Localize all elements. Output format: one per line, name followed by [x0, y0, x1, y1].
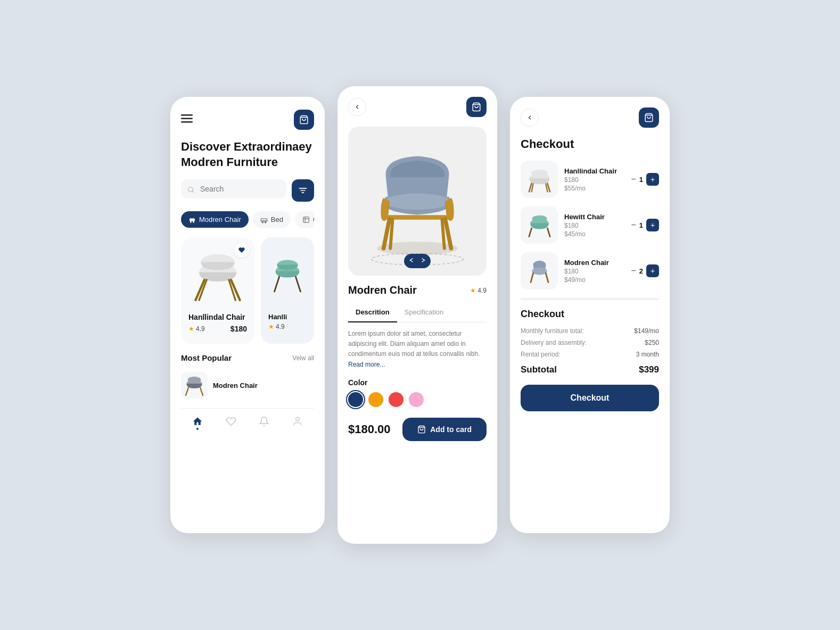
summary-rental: Rental period: 3 month: [521, 351, 659, 358]
view-all-link[interactable]: Veiw all: [292, 354, 314, 362]
add-to-cart-label: Add to card: [430, 425, 472, 434]
read-more-link[interactable]: Read more...: [348, 361, 385, 368]
cart-icon-detail[interactable]: [466, 97, 487, 117]
svg-line-40: [390, 220, 392, 248]
qty-num-3: 2: [639, 267, 643, 275]
popular-item[interactable]: Modren Chair: [181, 368, 314, 403]
svg-line-27: [275, 277, 279, 292]
product-nav-arrows[interactable]: [404, 254, 431, 268]
color-label: Color: [348, 378, 487, 387]
cart-item-3-price: $180: [564, 268, 624, 275]
cart-qty-1: − 1 +: [631, 173, 659, 186]
svg-point-36: [385, 194, 450, 210]
qty-minus-2[interactable]: −: [631, 220, 636, 230]
svg-rect-16: [303, 217, 309, 222]
checkout-button[interactable]: Checkout: [521, 385, 659, 411]
svg-rect-15: [265, 221, 266, 222]
subtotal-row: Subtotal $399: [521, 364, 659, 375]
cart-thumb-2: [521, 206, 558, 244]
bottom-nav: [181, 408, 314, 433]
cart-icon-checkout[interactable]: [639, 107, 659, 128]
screen-checkout: Checkout Hanllindal Chair $180 $55/mo: [510, 97, 670, 533]
color-navy[interactable]: [348, 392, 363, 407]
rental-label: Rental period:: [521, 351, 561, 358]
cart-item-2-info: Hewitt Chair $180 $45/mo: [564, 213, 624, 238]
nav-notifications[interactable]: [259, 416, 269, 430]
qty-plus-2[interactable]: +: [646, 219, 659, 231]
svg-line-57: [546, 273, 548, 282]
svg-rect-12: [261, 218, 267, 221]
cart-item-1-info: Hanllindal Chair $180 $55/mo: [564, 167, 624, 192]
add-to-cart-button[interactable]: Add to card: [402, 418, 487, 441]
tab-specification[interactable]: Specification: [397, 304, 451, 322]
color-red[interactable]: [389, 392, 403, 407]
svg-rect-37: [386, 215, 449, 219]
search-input[interactable]: [181, 179, 286, 198]
qty-plus-1[interactable]: +: [646, 173, 659, 186]
product-card-main[interactable]: Hanllindal Chair ★ 4.9 $180: [181, 237, 254, 344]
summary-title: Checkout: [521, 309, 659, 320]
delivery-val: $250: [645, 339, 659, 346]
cart-thumb-1: [521, 161, 558, 198]
nav-profile[interactable]: [292, 416, 303, 430]
product-price: $180: [230, 325, 247, 333]
nav-home[interactable]: [192, 416, 203, 430]
color-amber[interactable]: [368, 392, 383, 407]
svg-line-54: [547, 228, 550, 237]
screen-product-detail: Modren Chair ★ 4.9 Descrition Specificat…: [337, 86, 497, 544]
svg-rect-11: [193, 221, 194, 222]
cart-item-2: Hewitt Chair $180 $45/mo − 1 +: [521, 206, 659, 244]
category-tab-other[interactable]: Cu: [295, 211, 314, 228]
search-wrap: [181, 179, 286, 202]
subtotal-label: Subtotal: [521, 364, 557, 375]
product-detail-title: Modren Chair: [348, 284, 417, 296]
color-pink[interactable]: [409, 392, 424, 407]
cat-chair-label: Modren Chair: [199, 215, 241, 223]
summary-delivery: Delivery and assembly: $250: [521, 339, 659, 346]
cart-item-2-monthly: $45/mo: [564, 230, 624, 238]
cart-item-2-price: $180: [564, 222, 624, 229]
qty-minus-1[interactable]: −: [631, 175, 636, 184]
back-button[interactable]: [348, 98, 366, 116]
page-headline: Discover Extraordinaey Modren Furniture: [181, 139, 314, 170]
svg-point-52: [532, 215, 547, 222]
qty-plus-3[interactable]: +: [646, 264, 659, 277]
rental-val: 3 month: [636, 351, 659, 358]
detail-tabs: Descrition Specification: [348, 304, 487, 322]
delivery-label: Delivery and assembly:: [521, 339, 587, 346]
star-icon-detail: ★: [470, 287, 476, 294]
qty-num-1: 1: [639, 176, 643, 184]
category-tab-bed[interactable]: Bed: [253, 211, 291, 228]
star-icon: ★: [188, 325, 194, 333]
cart-item-1: Hanllindal Chair $180 $55/mo − 1 +: [521, 161, 659, 198]
category-tab-chair[interactable]: Modren Chair: [181, 211, 249, 228]
cart-item-1-monthly: $55/mo: [564, 185, 624, 192]
product-hero-image: [348, 127, 487, 276]
qty-num-2: 1: [639, 221, 643, 229]
tab-description[interactable]: Descrition: [348, 304, 397, 322]
favorite-button[interactable]: [234, 243, 249, 258]
cart-item-3-name: Modren Chair: [564, 259, 624, 267]
svg-line-53: [529, 228, 531, 237]
nav-active-dot: [196, 428, 199, 430]
popular-item-name: Modren Chair: [213, 382, 258, 389]
svg-rect-1: [181, 118, 193, 119]
cart-item-3: Modren Chair $180 $49/mo − 2 +: [521, 252, 659, 289]
cart-icon[interactable]: [294, 110, 314, 130]
menu-icon[interactable]: [181, 114, 193, 126]
back-button-checkout[interactable]: [521, 109, 539, 127]
filter-button[interactable]: [292, 179, 314, 202]
product-rating: ★ 4.9: [188, 325, 205, 333]
product-detail-rating: ★ 4.9: [470, 287, 487, 294]
svg-line-56: [531, 273, 533, 282]
most-popular-title: Most Popular: [181, 353, 232, 362]
product-card-partial[interactable]: Hanlli ★ 4.9: [261, 237, 314, 344]
qty-minus-3[interactable]: −: [631, 266, 636, 276]
nav-favorites[interactable]: [226, 416, 236, 430]
svg-point-30: [188, 377, 201, 383]
svg-rect-14: [262, 221, 263, 222]
cart-qty-2: − 1 +: [631, 219, 659, 231]
product-name-main: Hanllindal Chair: [188, 313, 247, 321]
checkout-page-title: Checkout: [521, 137, 659, 151]
cart-item-3-monthly: $49/mo: [564, 276, 624, 284]
